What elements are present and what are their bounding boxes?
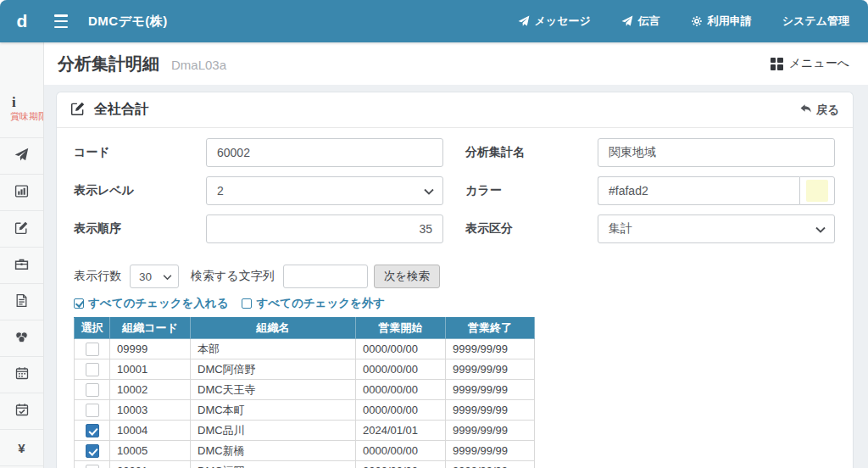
search-next-button[interactable]: 次を検索: [374, 265, 440, 288]
table-row: 09999 本部 0000/00/00 9999/99/99: [75, 339, 535, 359]
org-code-cell: 10001: [110, 359, 191, 380]
panel-header: 全社合計 戻る: [57, 92, 853, 128]
uncheck-all-link[interactable]: すべてのチェックを外す: [242, 296, 385, 311]
code-input[interactable]: [206, 138, 443, 167]
company-name: DMCデモ(株): [88, 14, 168, 30]
sidebar-item-yen[interactable]: ¥: [0, 430, 43, 466]
menu-item-system-admin[interactable]: システム管理: [782, 14, 849, 29]
back-button[interactable]: 戻る: [799, 103, 839, 118]
row-checkbox[interactable]: [86, 343, 99, 356]
row-checkbox[interactable]: [86, 465, 99, 468]
sidebar-item-calendar-check[interactable]: [0, 393, 43, 430]
analysis-name-input[interactable]: [598, 138, 835, 167]
check-all-label: すべてのチェックを入れる: [88, 296, 228, 311]
sidebar-item-edit[interactable]: [0, 211, 43, 248]
to-menu-link[interactable]: メニューへ: [771, 56, 849, 71]
column-header-open-date: 営業開始: [356, 318, 446, 339]
org-name-cell: DMC新橋: [191, 441, 356, 461]
panel-title: 全社合計: [94, 101, 148, 119]
org-code-cell: 10002: [110, 380, 191, 400]
expiry-note: 賞味期限: [10, 111, 43, 122]
sidebar-item-info[interactable]: i 賞味期限: [0, 81, 43, 138]
sidebar-item-send[interactable]: [0, 138, 43, 175]
chevron-down-icon: [815, 222, 826, 236]
code-label: コード: [74, 145, 206, 160]
open-date-cell: 0000/00/00: [356, 461, 446, 468]
org-code-cell: 10004: [110, 421, 191, 441]
open-date-cell: 0000/00/00: [356, 359, 446, 380]
top-header-bar: d DMCデモ(株) メッセージ 伝言 利用申請 システム管理: [0, 0, 868, 42]
row-checkbox[interactable]: [86, 404, 99, 417]
table-row: 10004 DMC品川 2024/01/01 9999/99/99: [75, 421, 535, 441]
row-checkbox[interactable]: [86, 383, 99, 397]
display-level-select[interactable]: 2: [206, 176, 443, 205]
display-kind-value: 集計: [609, 221, 632, 237]
table-header-row: 選択 組織コード 組織名 営業開始 営業終了: [75, 318, 535, 339]
org-name-cell: DMC品川: [191, 421, 356, 441]
table-row: 10005 DMC新橋 0000/00/00 9999/99/99: [75, 441, 535, 461]
sidebar-item-coins[interactable]: [0, 320, 43, 357]
column-header-org-name: 組織名: [191, 318, 356, 339]
check-all-link[interactable]: すべてのチェックを入れる: [74, 296, 228, 311]
menu-item-label: システム管理: [782, 14, 849, 29]
paper-plane-icon: [518, 15, 530, 27]
reply-arrow-icon: [799, 103, 812, 117]
row-checkbox[interactable]: [86, 424, 99, 437]
sidebar-item-briefcase[interactable]: [0, 248, 43, 284]
menu-item-usage-application[interactable]: 利用申請: [691, 14, 752, 29]
briefcase-icon: [14, 257, 29, 275]
display-order-input[interactable]: [206, 214, 443, 243]
list-controls: 表示行数 30 検索する文字列 次を検索: [74, 265, 836, 288]
open-date-cell: 0000/00/00: [356, 400, 446, 421]
gear-icon: [691, 15, 703, 27]
menu-item-label: 利用申請: [708, 14, 752, 29]
checked-box-icon: [74, 298, 84, 309]
app-window: d DMCデモ(株) メッセージ 伝言 利用申請 システム管理: [0, 0, 868, 468]
open-date-cell: 2024/01/01: [356, 421, 446, 441]
close-date-cell: 9999/99/99: [446, 400, 535, 421]
back-label: 戻る: [816, 103, 839, 118]
close-date-cell: 9999/99/99: [446, 441, 535, 461]
paper-plane-icon: [621, 15, 633, 27]
app-logo[interactable]: d: [0, 11, 44, 31]
unchecked-box-icon: [242, 298, 252, 309]
detail-form: コード 分析集計名 表示レベル 2: [74, 138, 836, 253]
paper-plane-icon: [14, 148, 29, 165]
org-name-cell: DMC天王寺: [191, 380, 356, 400]
menu-item-messages[interactable]: メッセージ: [518, 14, 591, 29]
top-menu: メッセージ 伝言 利用申請 システム管理: [518, 14, 868, 29]
analysis-name-label: 分析集計名: [465, 145, 598, 160]
edit-icon: [70, 101, 86, 120]
row-checkbox[interactable]: [86, 444, 99, 458]
open-date-cell: 0000/00/00: [356, 380, 446, 400]
display-kind-select[interactable]: 集計: [598, 214, 835, 243]
color-label: カラー: [465, 183, 598, 198]
display-level-value: 2: [217, 184, 224, 198]
display-order-label: 表示順序: [74, 221, 206, 237]
color-input[interactable]: [598, 176, 799, 205]
row-checkbox[interactable]: [86, 363, 99, 376]
org-code-cell: 10005: [110, 441, 191, 461]
rows-per-page-select[interactable]: 30: [130, 265, 179, 288]
org-code-cell: 09999: [110, 339, 191, 359]
search-input[interactable]: [283, 265, 368, 288]
org-name-cell: DMC本町: [191, 400, 356, 421]
open-date-cell: 0000/00/00: [356, 339, 446, 359]
edit-icon: [14, 220, 29, 238]
rows-per-page-value: 30: [139, 270, 152, 283]
sidebar-item-document[interactable]: [0, 284, 43, 320]
hamburger-menu-icon[interactable]: [54, 14, 73, 28]
close-date-cell: 9999/99/99: [446, 339, 535, 359]
color-input-group: [598, 176, 835, 205]
table-row: 10002 DMC天王寺 0000/00/00 9999/99/99: [75, 380, 535, 400]
calendar-icon: [15, 366, 29, 383]
search-string-label: 検索する文字列: [191, 269, 275, 284]
detail-panel: 全社合計 戻る コード 分析集計名: [56, 92, 854, 468]
coins-icon: [14, 330, 29, 348]
sidebar-item-calendar[interactable]: [0, 357, 43, 393]
sidebar-item-analytics[interactable]: [0, 175, 43, 211]
menu-item-memo[interactable]: 伝言: [621, 14, 660, 29]
uncheck-all-label: すべてのチェックを外す: [256, 296, 385, 311]
to-menu-label: メニューへ: [789, 56, 849, 71]
table-row: 20001 DMC福岡 0000/00/00 9999/99/99: [75, 461, 535, 468]
